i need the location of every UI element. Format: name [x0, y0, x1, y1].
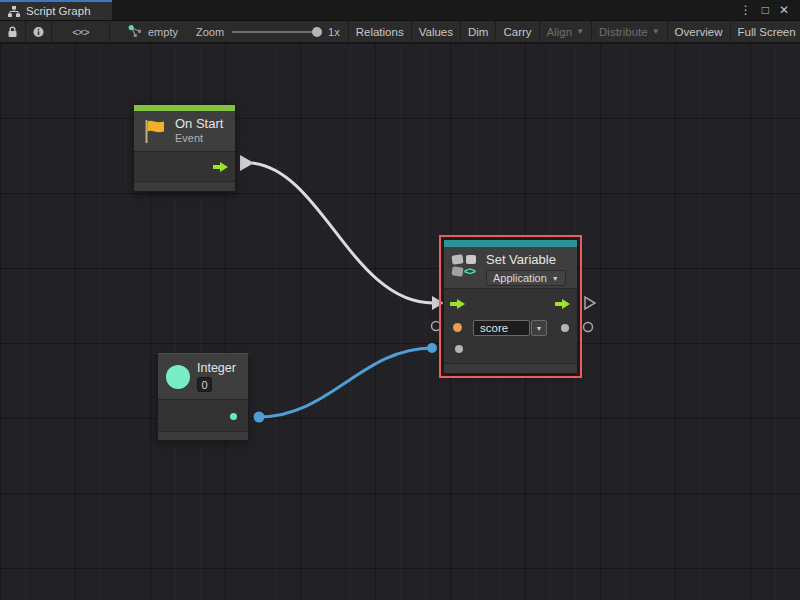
wire-layer	[0, 43, 800, 600]
zoom-slider[interactable]	[232, 31, 318, 33]
relations-button[interactable]: Relations	[348, 21, 411, 42]
integer-output-port[interactable]	[230, 413, 237, 420]
info-icon	[33, 26, 44, 38]
node-footer	[134, 181, 235, 191]
control-wire-start-triangle[interactable]	[240, 155, 254, 171]
close-icon[interactable]: ✕	[774, 2, 794, 18]
graph-pointer-icon	[128, 25, 143, 38]
node-body	[134, 151, 235, 181]
set-variable-icon: <>	[452, 254, 479, 279]
node-title: On Start	[175, 117, 223, 132]
variable-name-value: score	[480, 322, 508, 334]
info-button[interactable]	[26, 21, 52, 42]
chevron-down-icon: ▼	[576, 27, 584, 36]
node-on-start[interactable]: On Start Event	[133, 104, 236, 192]
node-title: Integer	[197, 361, 236, 375]
value-wire[interactable]	[259, 348, 432, 417]
zoom-cluster: Zoom 1x	[188, 21, 348, 42]
variable-name-input-port[interactable]	[453, 323, 462, 332]
code-brackets-icon: <>	[464, 265, 475, 277]
overview-button[interactable]: Overview	[667, 21, 730, 42]
variable-scope-dropdown[interactable]: Application ▼	[486, 270, 566, 286]
dim-button[interactable]: Dim	[460, 21, 495, 42]
value-output-port[interactable]	[561, 324, 569, 332]
node-subtitle: Event	[175, 132, 223, 145]
node-footer	[158, 431, 248, 440]
graph-canvas[interactable]: On Start Event <> Set Variable	[0, 43, 800, 600]
node-body	[158, 399, 248, 431]
node-header[interactable]: Integer 0	[158, 354, 248, 399]
visual-scripting-window: Script Graph ⋮ □ ✕ <×>	[0, 0, 800, 600]
graph-toolbar: <×> empty Zoom 1x Relations Values Dim C…	[0, 20, 800, 43]
chevron-down-icon: ▼	[536, 325, 543, 332]
integer-value-field[interactable]: 0	[197, 377, 212, 392]
chevron-down-icon: ▼	[652, 27, 660, 36]
node-titles: Set Variable Application ▼	[486, 252, 566, 286]
tab-label: Script Graph	[26, 5, 91, 17]
node-footer	[444, 363, 577, 373]
control-wire[interactable]	[252, 163, 433, 303]
lock-button[interactable]	[0, 21, 26, 42]
carry-button[interactable]: Carry	[495, 21, 538, 42]
variable-name-dropdown-button[interactable]: ▼	[531, 320, 547, 336]
graph-hierarchy-icon	[8, 6, 20, 17]
control-input-port-icon[interactable]	[450, 299, 466, 309]
value-wire-start-dot[interactable]	[254, 412, 265, 423]
tab-script-graph[interactable]: Script Graph	[0, 0, 112, 20]
integer-circle-icon	[166, 365, 190, 389]
integer-value: 0	[201, 379, 207, 391]
window-menu-icon[interactable]: ⋮	[735, 2, 757, 18]
value-input-indicator-icon[interactable]	[432, 322, 441, 331]
control-output-port-icon[interactable]	[213, 162, 229, 172]
zoom-slider-knob[interactable]	[312, 27, 322, 37]
values-button[interactable]: Values	[411, 21, 460, 42]
toolbar-button-group: Relations Values Dim Carry Align ▼ Distr…	[348, 21, 800, 42]
graph-pointer-indicator[interactable]: empty	[110, 21, 188, 42]
control-output-indicator-icon[interactable]	[585, 297, 595, 309]
maximize-icon[interactable]: □	[757, 2, 774, 18]
lock-icon	[7, 26, 18, 38]
graph-status-label: empty	[148, 26, 178, 38]
node-accent-stripe	[444, 240, 577, 247]
zoom-label: Zoom	[196, 26, 224, 38]
zoom-value: 1x	[328, 26, 340, 38]
node-integer[interactable]: Integer 0	[157, 353, 249, 441]
node-set-variable[interactable]: <> Set Variable Application ▼	[443, 239, 578, 374]
code-preview-button[interactable]: <×>	[52, 21, 110, 42]
node-body: score ▼	[444, 288, 577, 363]
distribute-button[interactable]: Distribute ▼	[591, 21, 667, 42]
full-screen-button[interactable]: Full Screen	[730, 21, 800, 42]
value-output-indicator-icon[interactable]	[584, 323, 593, 332]
align-button[interactable]: Align ▼	[539, 21, 592, 42]
node-header[interactable]: On Start Event	[134, 111, 235, 151]
value-wire-end-dot[interactable]	[427, 343, 437, 353]
chevron-down-icon: ▼	[552, 275, 559, 282]
node-titles: Integer 0	[197, 361, 236, 392]
node-header[interactable]: <> Set Variable Application ▼	[444, 247, 577, 288]
control-output-port-icon[interactable]	[555, 299, 571, 309]
flag-icon	[142, 118, 168, 145]
node-title: Set Variable	[486, 252, 566, 267]
value-input-port[interactable]	[455, 345, 463, 353]
code-icon: <×>	[72, 26, 88, 38]
variable-name-field[interactable]: score	[473, 320, 530, 336]
titlebar: Script Graph ⋮ □ ✕	[0, 0, 800, 20]
scope-value: Application	[493, 272, 547, 284]
window-controls: ⋮ □ ✕	[735, 0, 800, 20]
node-titles: On Start Event	[175, 117, 223, 145]
